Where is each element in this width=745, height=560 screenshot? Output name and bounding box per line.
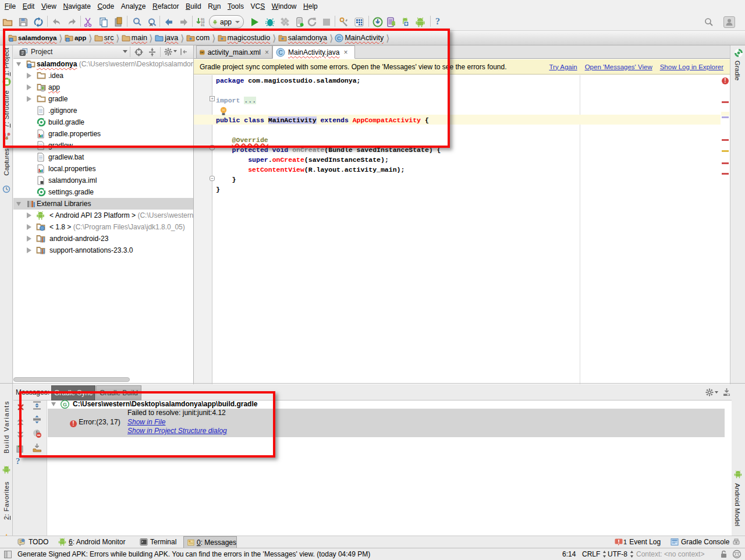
svg-text:01: 01 <box>201 23 205 27</box>
svg-text:A: A <box>150 22 153 27</box>
